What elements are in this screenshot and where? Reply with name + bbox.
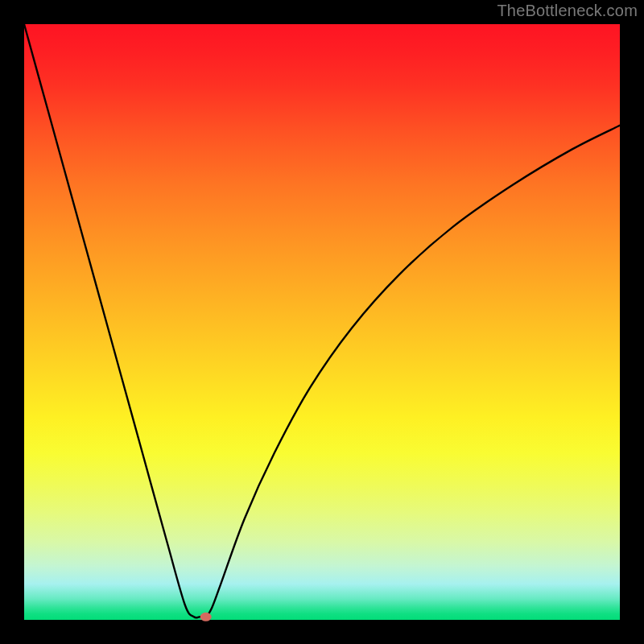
bottleneck-curve-svg (24, 24, 620, 620)
optimal-point-marker (200, 613, 212, 621)
plot-outer-border (24, 24, 620, 620)
bottleneck-curve-path (24, 24, 620, 617)
watermark-text: TheBottleneck.com (497, 2, 638, 20)
chart-frame: TheBottleneck.com (0, 0, 644, 644)
